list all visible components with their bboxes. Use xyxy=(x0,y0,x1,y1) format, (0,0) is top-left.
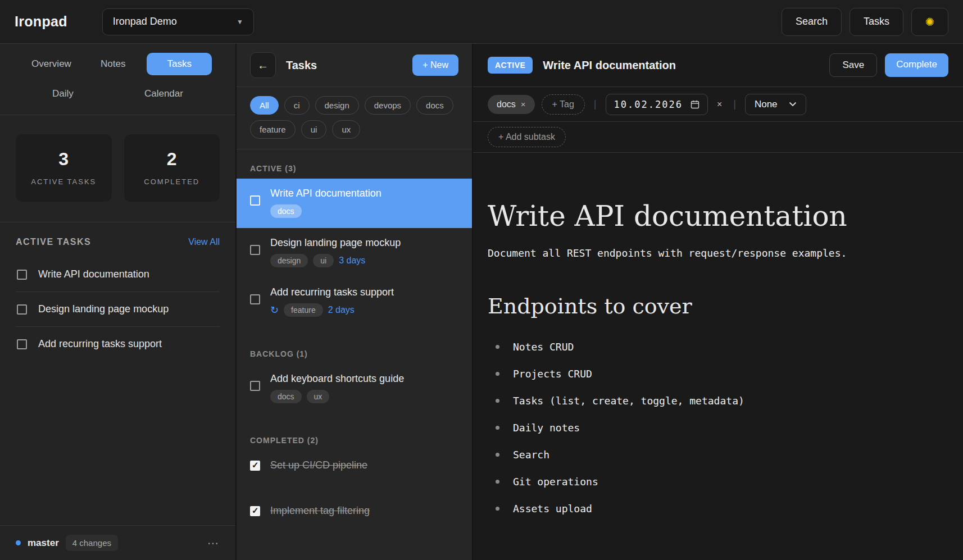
list-item: Daily notes xyxy=(488,414,941,441)
due-label: 2 days xyxy=(328,305,355,315)
search-button[interactable]: Search xyxy=(782,8,842,36)
back-button[interactable]: ← xyxy=(250,52,276,78)
list-item: Tasks (list, create, toggle, metadata) xyxy=(488,387,941,414)
filter-ci[interactable]: ci xyxy=(284,96,310,115)
calendar-icon xyxy=(691,100,699,109)
task-detail-title: Write API documentation xyxy=(543,59,676,72)
task-meta-bar: docs × + Tag | 10.02.2026 × | None xyxy=(473,87,963,122)
list-item-text: Projects CRUD xyxy=(513,368,592,380)
tag-badge: ux xyxy=(307,390,330,403)
task-detail-header: ACTIVE Write API documentation Save Comp… xyxy=(473,44,963,87)
task-checkbox[interactable] xyxy=(17,270,27,280)
subtask-bar: + Add subtask xyxy=(473,122,963,153)
app-logo: Ironpad xyxy=(15,13,67,30)
filter-feature[interactable]: feature xyxy=(250,120,296,139)
filter-devops[interactable]: devops xyxy=(365,96,411,115)
task-label: Add recurring tasks support xyxy=(38,338,162,350)
sidebar-item-daily[interactable]: Daily xyxy=(44,83,81,104)
sidebar-item-calendar[interactable]: Calendar xyxy=(137,83,191,104)
tag-chip-docs[interactable]: docs × xyxy=(488,95,535,114)
bullet-icon xyxy=(496,453,499,457)
separator: | xyxy=(731,98,738,110)
changes-badge[interactable]: 4 changes xyxy=(66,535,118,551)
list-item-text: Search xyxy=(513,449,549,461)
tag-badge: design xyxy=(270,254,308,267)
stat-card-completed: 2 COMPLETED xyxy=(124,134,220,202)
priority-select[interactable]: None xyxy=(745,94,806,115)
due-label: 3 days xyxy=(339,256,365,266)
list-item[interactable]: Write API documentation xyxy=(16,257,220,292)
stat-label-completed: COMPLETED xyxy=(144,177,199,186)
list-item-text: Git operations xyxy=(513,476,598,488)
task-title: Design landing page mockup xyxy=(270,237,401,249)
tag-chip-label: docs xyxy=(497,99,516,110)
project-selector[interactable]: Ironpad Demo ▼ xyxy=(102,8,254,35)
task-row[interactable]: Design landing page mockup design ui 3 d… xyxy=(237,228,472,277)
task-list: ACTIVE (3) Write API documentation docs … xyxy=(237,149,472,560)
remove-tag-icon[interactable]: × xyxy=(521,99,526,109)
stats-cards: 3 ACTIVE TASKS 2 COMPLETED xyxy=(0,115,235,222)
filter-design[interactable]: design xyxy=(315,96,359,115)
task-checkbox-checked[interactable] xyxy=(250,461,260,471)
recurring-icon: ↻ xyxy=(270,305,279,315)
task-title: Add recurring tasks support xyxy=(270,286,394,298)
sidebar-item-notes[interactable]: Notes xyxy=(93,53,133,75)
add-tag-button[interactable]: + Tag xyxy=(542,94,585,115)
section-label-backlog: BACKLOG (1) xyxy=(237,342,472,364)
overflow-menu-icon[interactable]: ⋯ xyxy=(207,536,220,550)
project-name: Ironpad Demo xyxy=(113,16,177,28)
save-button[interactable]: Save xyxy=(829,53,877,77)
priority-value: None xyxy=(755,99,778,110)
task-checkbox-checked[interactable] xyxy=(250,506,260,516)
filter-docs[interactable]: docs xyxy=(416,96,453,115)
filter-ux[interactable]: ux xyxy=(332,120,360,139)
list-item[interactable]: Add recurring tasks support xyxy=(16,327,220,361)
task-title: Set up CI/CD pipeline xyxy=(270,459,367,471)
bullet-icon xyxy=(496,399,499,403)
due-date-input[interactable]: 10.02.2026 xyxy=(606,94,708,115)
filter-all[interactable]: All xyxy=(250,96,279,115)
task-row[interactable]: Implement tag filtering xyxy=(237,496,472,527)
task-row[interactable]: Add recurring tasks support ↻ feature 2 … xyxy=(237,277,472,327)
new-task-button[interactable]: + New xyxy=(412,54,458,76)
task-row[interactable]: Add keyboard shortcuts guide docs ux xyxy=(237,364,472,413)
tag-badge: docs xyxy=(270,204,302,218)
task-checkbox[interactable] xyxy=(17,339,27,349)
status-badge: ACTIVE xyxy=(488,57,533,74)
list-item[interactable]: Design landing page mockup xyxy=(16,292,220,327)
tag-badge: feature xyxy=(284,303,323,317)
task-detail-panel: ACTIVE Write API documentation Save Comp… xyxy=(473,44,963,560)
stat-value-active: 3 xyxy=(58,149,69,170)
sidebar-nav: Overview Notes Tasks Daily Calendar xyxy=(0,44,235,115)
list-item: Assets upload xyxy=(488,495,941,522)
task-title: Implement tag filtering xyxy=(270,505,370,517)
task-label: Design landing page mockup xyxy=(38,303,169,315)
back-arrow-icon: ← xyxy=(257,59,269,72)
branch-name: master xyxy=(28,538,59,549)
section-label-completed: COMPLETED (2) xyxy=(237,428,472,450)
clear-date-button[interactable]: × xyxy=(715,99,724,110)
task-checkbox[interactable] xyxy=(250,294,260,304)
separator: | xyxy=(592,98,599,110)
tag-filter-bar: All ci design devops docs feature ui ux xyxy=(237,87,472,149)
due-date-value: 10.02.2026 xyxy=(614,99,683,110)
task-checkbox[interactable] xyxy=(250,195,260,206)
add-subtask-button[interactable]: + Add subtask xyxy=(488,127,566,147)
sidebar-item-tasks[interactable]: Tasks xyxy=(147,53,211,75)
tasks-button[interactable]: Tasks xyxy=(850,8,903,36)
filter-ui[interactable]: ui xyxy=(301,120,327,139)
task-checkbox[interactable] xyxy=(250,245,260,255)
sidebar-item-overview[interactable]: Overview xyxy=(24,53,79,75)
task-row[interactable]: Set up CI/CD pipeline xyxy=(237,450,472,481)
task-checkbox[interactable] xyxy=(250,381,260,391)
chevron-down-icon xyxy=(789,102,797,107)
list-item-text: Daily notes xyxy=(513,422,580,434)
theme-toggle-button[interactable]: ✺ xyxy=(911,8,948,36)
complete-button[interactable]: Complete xyxy=(885,53,948,77)
task-checkbox[interactable] xyxy=(17,304,27,315)
sun-icon: ✺ xyxy=(925,16,935,28)
document-preview: Write API documentation Document all RES… xyxy=(473,153,963,560)
view-all-link[interactable]: View All xyxy=(188,237,220,247)
task-row[interactable]: Write API documentation docs xyxy=(237,179,472,228)
task-title: Write API documentation xyxy=(270,188,381,199)
